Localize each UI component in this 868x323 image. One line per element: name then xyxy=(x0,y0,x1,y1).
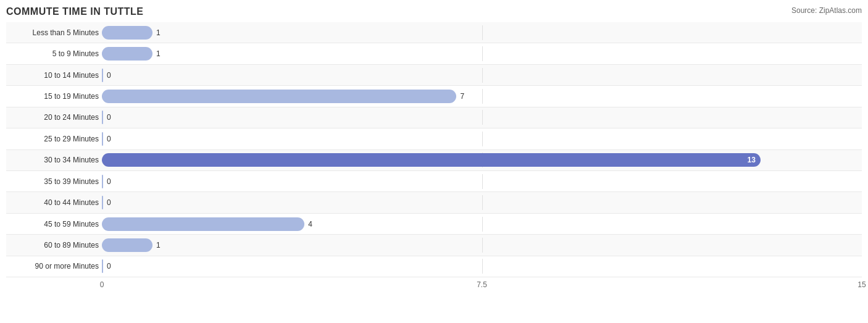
bar-value: 1 xyxy=(156,49,161,58)
bar-value: 1 xyxy=(156,28,161,37)
bar-track: 0 xyxy=(102,259,862,274)
bar-value: 0 xyxy=(107,71,111,80)
bar-fill xyxy=(102,69,103,82)
bar-value: 0 xyxy=(107,177,111,186)
bar-value: 1 xyxy=(156,241,161,250)
bar-fill xyxy=(102,259,103,273)
bar-label: 20 to 24 Minutes xyxy=(6,113,102,122)
bar-row: 10 to 14 Minutes0 xyxy=(6,65,862,86)
source-text: Source: ZipAtlas.com xyxy=(791,6,862,15)
bar-row: 40 to 44 Minutes0 xyxy=(6,192,862,213)
bar-label: 40 to 44 Minutes xyxy=(6,198,102,207)
bar-fill xyxy=(102,217,304,231)
bar-fill xyxy=(102,175,103,188)
bar-value: 0 xyxy=(107,262,111,271)
bar-label: 10 to 14 Minutes xyxy=(6,71,102,80)
bar-label: 15 to 19 Minutes xyxy=(6,92,102,101)
bar-track: 13 xyxy=(102,153,862,167)
bar-row: 25 to 29 Minutes0 xyxy=(6,128,862,149)
chart-title: COMMUTE TIME IN TUTTLE xyxy=(6,6,862,17)
bar-value: 0 xyxy=(107,113,111,122)
bar-fill xyxy=(102,111,103,124)
bar-track: 1 xyxy=(102,46,862,61)
bar-track: 0 xyxy=(102,174,862,189)
bar-fill xyxy=(102,26,152,40)
bar-label: 35 to 39 Minutes xyxy=(6,177,102,186)
bar-row: 15 to 19 Minutes7 xyxy=(6,86,862,107)
bar-track: 0 xyxy=(102,195,862,210)
x-tick-label: 7.5 xyxy=(477,280,487,289)
bar-row: Less than 5 Minutes1 xyxy=(6,22,862,43)
bar-label: 90 or more Minutes xyxy=(6,262,102,271)
bar-track: 7 xyxy=(102,89,862,104)
bar-track: 0 xyxy=(102,132,862,146)
bars-section: Less than 5 Minutes15 to 9 Minutes110 to… xyxy=(6,22,862,277)
bar-fill: 13 xyxy=(102,153,761,167)
bar-label: 30 to 34 Minutes xyxy=(6,156,102,164)
bar-label: 45 to 59 Minutes xyxy=(6,220,102,229)
x-tick-label: 15 xyxy=(858,280,866,289)
bar-fill xyxy=(102,132,103,146)
bar-fill xyxy=(102,47,152,61)
bar-track: 1 xyxy=(102,25,862,40)
chart-area: Less than 5 Minutes15 to 9 Minutes110 to… xyxy=(6,22,862,296)
bar-track: 0 xyxy=(102,68,862,83)
bar-row: 30 to 34 Minutes13 xyxy=(6,150,862,171)
bar-value: 7 xyxy=(460,92,464,101)
x-tick-label: 0 xyxy=(100,280,104,289)
bar-row: 60 to 89 Minutes1 xyxy=(6,235,862,256)
x-axis: 07.515 xyxy=(102,277,862,296)
bar-label: 5 to 9 Minutes xyxy=(6,49,102,58)
bar-label: 60 to 89 Minutes xyxy=(6,241,102,250)
bar-row: 20 to 24 Minutes0 xyxy=(6,107,862,128)
bar-row: 45 to 59 Minutes4 xyxy=(6,214,862,235)
bar-fill xyxy=(102,196,103,209)
bar-label: 25 to 29 Minutes xyxy=(6,135,102,143)
bar-row: 90 or more Minutes0 xyxy=(6,256,862,277)
bar-value: 13 xyxy=(748,156,756,164)
chart-container: COMMUTE TIME IN TUTTLE Source: ZipAtlas.… xyxy=(0,0,868,323)
bar-track: 0 xyxy=(102,110,862,125)
bar-row: 35 to 39 Minutes0 xyxy=(6,171,862,192)
bar-row: 5 to 9 Minutes1 xyxy=(6,43,862,64)
bar-value: 0 xyxy=(107,198,111,207)
bar-value: 0 xyxy=(107,135,111,143)
bar-track: 1 xyxy=(102,238,862,253)
bar-fill xyxy=(102,238,152,252)
bar-track: 4 xyxy=(102,217,862,232)
bar-value: 4 xyxy=(308,220,312,229)
bar-fill xyxy=(102,90,456,103)
bar-label: Less than 5 Minutes xyxy=(6,28,102,37)
